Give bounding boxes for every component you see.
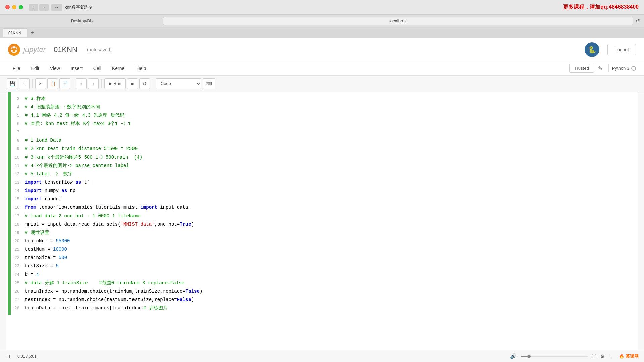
- mukewang-logo: 🔥 慕课网: [619, 353, 639, 359]
- minimize-button[interactable]: [12, 5, 16, 9]
- python3-badge: Python 3: [612, 66, 636, 71]
- progress-fill: [521, 356, 527, 357]
- menu-view[interactable]: View: [45, 64, 65, 73]
- url-text: localhost: [389, 18, 407, 23]
- code-line-13: 13 import tensorflow as tf: [13, 178, 638, 187]
- svg-point-2: [11, 50, 13, 52]
- code-line-21: 21 testNum = 10000: [13, 245, 638, 254]
- code-line-11: 11 # 4 k个最近的图片-> parse centent label: [13, 162, 638, 170]
- menu-insert[interactable]: Insert: [66, 64, 87, 73]
- move-up-button[interactable]: ↑: [76, 78, 87, 89]
- code-cell: 3 # 3 样本 4 # 4 旧瓶装新酒 ：数字识别的不同 5 # 4.1 网络…: [6, 92, 638, 315]
- jupyter-logo-icon: [8, 44, 20, 56]
- notebook-title[interactable]: 01KNN: [54, 45, 77, 54]
- code-line-18: 18 mnist = input_data.read_data_sets('MN…: [13, 220, 638, 229]
- code-line-5: 5 # 4.1 网络 4.2 每一级 4.3 先原理 后代码: [13, 111, 638, 120]
- mukewang-text: 慕课网: [626, 353, 639, 359]
- play-pause-button[interactable]: ⏸: [5, 353, 12, 360]
- code-line-25: 25 # data 分解 1 trainSize 2范围0-trainNum 3…: [13, 279, 638, 287]
- save-button[interactable]: 💾: [7, 78, 17, 89]
- edit-icon[interactable]: ✎: [598, 65, 602, 71]
- svg-point-3: [15, 50, 17, 52]
- addressbar: Desktop/DL/ localhost ↺: [0, 15, 644, 27]
- run-label: Run: [113, 81, 121, 86]
- code-line-17: 17 # load data 2 one_hot : 1 0000 1 file…: [13, 212, 638, 220]
- svg-point-1: [13, 47, 15, 48]
- url-bar[interactable]: localhost: [163, 17, 633, 25]
- cell-area: 3 # 3 样本 4 # 4 旧瓶装新酒 ：数字识别的不同 5 # 4.1 网络…: [6, 92, 638, 350]
- keyboard-shortcut-button[interactable]: ⌨: [203, 78, 215, 89]
- toolbar-separator-2: [73, 79, 73, 88]
- bottom-bar: ⏸ 0:01 / 5:01 🔊 ⛶ ⚙ ⋮ 🔥 慕课网: [0, 350, 644, 362]
- menu-edit[interactable]: Edit: [26, 64, 44, 73]
- titlebar-left: ‹ › ▪▪ knn数字识别9: [5, 4, 92, 11]
- run-icon: ▶: [109, 81, 112, 86]
- menu-help[interactable]: Help: [131, 64, 151, 73]
- toolbar-separator: [32, 79, 33, 88]
- code-line-3: 3 # 3 样本: [13, 95, 638, 103]
- code-line-19: 19 # 属性设置: [13, 229, 638, 237]
- restart-button[interactable]: ↺: [139, 78, 150, 89]
- stop-button[interactable]: ■: [127, 78, 138, 89]
- promo-text: 更多课程，请加qq:4846838400: [563, 4, 639, 11]
- jupyter-text: jupyter: [23, 45, 46, 54]
- copy-button[interactable]: 📋: [47, 78, 58, 89]
- cell-content[interactable]: 3 # 3 样本 4 # 4 旧瓶装新酒 ：数字识别的不同 5 # 4.1 网络…: [13, 92, 638, 315]
- code-line-26: 26 trainIndex = np.random.choice(trainNu…: [13, 287, 638, 296]
- more-button[interactable]: ⋮: [609, 354, 613, 359]
- paste-button[interactable]: 📄: [59, 78, 70, 89]
- volume-icon[interactable]: 🔊: [510, 353, 517, 359]
- main-content: 3 # 3 样本 4 # 4 旧瓶装新酒 ：数字识别的不同 5 # 4.1 网络…: [0, 92, 644, 350]
- window-toggle-button[interactable]: ▪▪: [51, 4, 62, 11]
- active-cell-indicator: [8, 92, 11, 315]
- toolbar: 💾 + ✂ 📋 📄 ↑ ↓ ▶ Run ■ ↺ Code Markdown Ra…: [0, 76, 644, 92]
- code-line-8: 8 # 1 load Data: [13, 136, 638, 145]
- traffic-lights: [5, 5, 23, 9]
- code-line-12: 12 # 5 label -》 数字: [13, 170, 638, 178]
- code-line-20: 20 trainNum = 55000: [13, 237, 638, 245]
- back-button[interactable]: ‹: [29, 4, 38, 11]
- move-down-button[interactable]: ↓: [88, 78, 99, 89]
- code-line-15: 15 import random: [13, 195, 638, 203]
- code-line-7: 7: [13, 128, 638, 136]
- logout-button[interactable]: Logout: [607, 44, 636, 55]
- kernel-status-dot: [631, 66, 636, 71]
- code-line-22: 22 trainSize = 500: [13, 254, 638, 262]
- code-line-6: 6 # 本质: knn test 样本 K个 max4 3个1 -》1: [13, 120, 638, 128]
- fullscreen-button[interactable]: ⛶: [592, 354, 596, 359]
- tab-bar: 01KNN +: [0, 27, 644, 38]
- path-display: Desktop/DL/: [4, 19, 160, 23]
- code-line-10: 10 # 3 knn k个最近的图片5 500 1-》500train (4): [13, 153, 638, 162]
- menu-kernel[interactable]: Kernel: [107, 64, 130, 73]
- tab-label: 01KNN: [8, 31, 21, 35]
- menu-cell[interactable]: Cell: [89, 64, 106, 73]
- trusted-button[interactable]: Trusted: [569, 64, 594, 73]
- settings-button[interactable]: ⚙: [600, 354, 605, 359]
- left-sidebar: [0, 92, 6, 350]
- new-tab-button[interactable]: +: [29, 29, 36, 37]
- cut-button[interactable]: ✂: [35, 78, 46, 89]
- cell-type-select[interactable]: Code Markdown Raw NBConvert Heading: [156, 78, 201, 89]
- fire-icon: 🔥: [619, 354, 624, 359]
- menu-file[interactable]: File: [8, 64, 25, 73]
- add-cell-button[interactable]: +: [19, 78, 30, 89]
- tab-01knn[interactable]: 01KNN: [3, 28, 27, 37]
- forward-button[interactable]: ›: [39, 4, 49, 11]
- reload-button[interactable]: ↺: [636, 18, 640, 24]
- python-icon: 🐍: [585, 42, 599, 57]
- maximize-button[interactable]: [19, 5, 23, 9]
- titlebar: ‹ › ▪▪ knn数字识别9 更多课程，请加qq:4846838400: [0, 0, 644, 15]
- python3-label: Python 3: [612, 66, 629, 71]
- code-line-4: 4 # 4 旧瓶装新酒 ：数字识别的不同: [13, 103, 638, 111]
- code-line-9: 9 # 2 knn test train distance 5*500 = 25…: [13, 145, 638, 153]
- autosaved-label: (autosaved): [87, 47, 112, 52]
- run-button[interactable]: ▶ Run: [104, 78, 126, 89]
- progress-bar[interactable]: [521, 356, 588, 357]
- close-button[interactable]: [5, 5, 10, 9]
- code-line-24: 24 k = 4: [13, 270, 638, 279]
- progress-dot: [527, 355, 531, 358]
- jupyter-logo: jupyter: [8, 44, 46, 56]
- right-sidebar: [638, 92, 644, 350]
- bottom-controls: 🔊 ⛶ ⚙ ⋮: [510, 353, 613, 359]
- nav-arrows: ‹ ›: [29, 4, 49, 11]
